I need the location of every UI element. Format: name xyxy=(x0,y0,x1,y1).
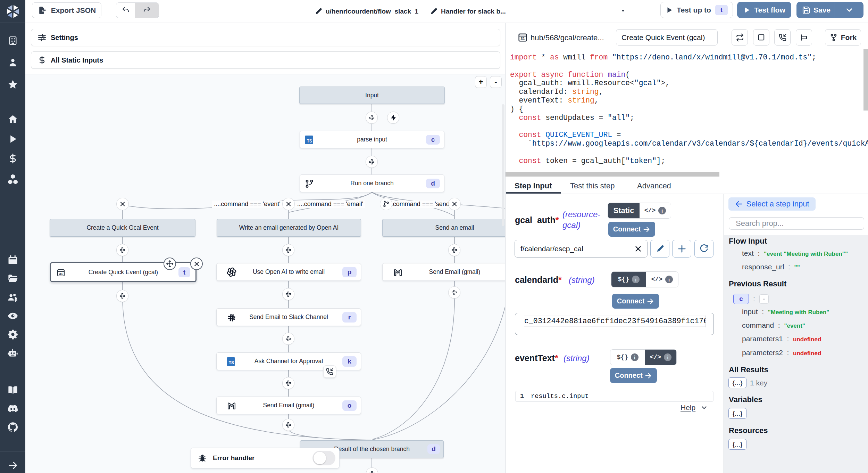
svg-text:31: 31 xyxy=(520,36,525,41)
svg-text:31: 31 xyxy=(59,272,63,276)
